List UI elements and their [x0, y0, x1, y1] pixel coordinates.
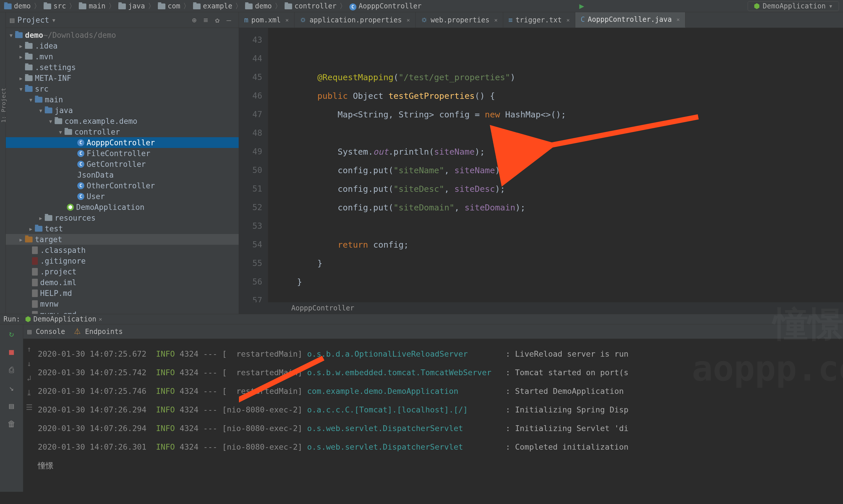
- tree-item[interactable]: mvnw: [6, 299, 239, 309]
- tree-item[interactable]: ⬢DemoApplication: [6, 202, 239, 213]
- tree-item[interactable]: ▾java: [6, 105, 239, 116]
- project-tool-window: ▤ Project ▾ ⊕ ≡ ✿ — ▾demo ~/Downloads/de…: [6, 12, 239, 314]
- breadcrumb-item[interactable]: com: [158, 2, 180, 10]
- close-icon[interactable]: ×: [494, 17, 498, 23]
- breadcrumb-item[interactable]: java: [118, 2, 145, 10]
- exit-button[interactable]: ↘: [6, 382, 17, 393]
- rerun-button[interactable]: ↻: [6, 328, 17, 339]
- editor-tab[interactable]: ⛭web.properties×: [416, 12, 503, 28]
- project-view-icon: ▤: [10, 16, 15, 24]
- console-tab[interactable]: ▤ Console: [27, 328, 65, 336]
- run-toolwindow: ↻ ■ ⎙ ↘ ▤ 🗑 ▤ Console ⏃ Endpoints ↑ ↓ ↲ …: [0, 324, 843, 492]
- file-icon: m: [244, 16, 248, 24]
- run-toolwindow-header: Run: ⬢ DemoApplication ×: [0, 314, 843, 324]
- editor-breadcrumb: AopppController: [239, 302, 843, 314]
- tree-item[interactable]: ▸.idea: [6, 40, 239, 51]
- endpoints-tab[interactable]: ⏃ Endpoints: [74, 328, 123, 336]
- breadcrumb-item[interactable]: CAopppController: [349, 2, 422, 10]
- target-icon[interactable]: ⊕: [192, 16, 197, 24]
- breadcrumb-item[interactable]: demo: [245, 2, 272, 10]
- tree-item[interactable]: JsonData: [6, 169, 239, 180]
- run-config-selector[interactable]: ⬢ DemoApplication ▾: [748, 1, 839, 11]
- project-tree[interactable]: ▾demo ~/Downloads/demo▸.idea▸.mvn.settin…: [6, 28, 239, 314]
- tree-item[interactable]: .gitignore: [6, 255, 239, 266]
- spring-icon: ⬢: [25, 315, 31, 323]
- hide-icon[interactable]: —: [227, 16, 231, 24]
- console-nav: ↑ ↓ ↲ ⤓ ☰: [23, 339, 35, 492]
- layout-button[interactable]: ▤: [6, 400, 17, 411]
- tree-item[interactable]: CUser: [6, 191, 239, 202]
- chevron-down-icon[interactable]: ▾: [51, 16, 56, 24]
- tree-item[interactable]: mvnw.cmd: [6, 309, 239, 314]
- tree-item[interactable]: .project: [6, 266, 239, 277]
- run-label: Run:: [3, 315, 20, 323]
- scroll-icon[interactable]: ⤓: [26, 388, 32, 397]
- tree-item[interactable]: CGetController: [6, 159, 239, 169]
- run-icon[interactable]: ▶: [579, 1, 584, 11]
- tree-item[interactable]: ▾com.example.demo: [6, 116, 239, 126]
- breadcrumb-item[interactable]: src: [43, 2, 66, 10]
- tree-item[interactable]: COtherController: [6, 180, 239, 191]
- project-label: Project: [17, 16, 49, 24]
- tree-item[interactable]: .classpath: [6, 245, 239, 255]
- navigation-breadcrumb: demo〉src〉main〉java〉com〉example〉demo〉cont…: [0, 0, 843, 12]
- spring-icon: ⬢: [754, 2, 760, 10]
- stop-button[interactable]: ■: [6, 346, 17, 357]
- breadcrumb-item[interactable]: example: [193, 2, 232, 10]
- tree-item[interactable]: CFileController: [6, 148, 239, 159]
- tree-item[interactable]: ▸target: [6, 234, 239, 245]
- up-icon[interactable]: ↑: [27, 345, 31, 354]
- tree-item[interactable]: ▾main: [6, 94, 239, 105]
- wrap-icon[interactable]: ↲: [27, 374, 31, 382]
- editor-area: mpom.xml×⛭application.properties×⛭web.pr…: [239, 12, 843, 314]
- tree-item[interactable]: ▸resources: [6, 213, 239, 223]
- down-icon[interactable]: ↓: [27, 359, 31, 368]
- dump-button[interactable]: ⎙: [6, 364, 17, 375]
- file-icon: ⛭: [300, 16, 307, 24]
- tree-item[interactable]: ▾src: [6, 84, 239, 94]
- tree-root[interactable]: ▾demo ~/Downloads/demo: [6, 30, 239, 40]
- file-icon: C: [580, 15, 585, 23]
- chevron-down-icon: ▾: [829, 2, 833, 10]
- run-subtabs: ▤ Console ⏃ Endpoints: [23, 324, 843, 339]
- editor-tab[interactable]: ⛭application.properties×: [294, 12, 416, 28]
- close-icon[interactable]: ×: [99, 316, 102, 323]
- file-icon: ⛭: [421, 16, 428, 24]
- tree-item[interactable]: demo.iml: [6, 277, 239, 288]
- close-icon[interactable]: ×: [566, 17, 570, 23]
- project-header: ▤ Project ▾ ⊕ ≡ ✿ —: [6, 12, 239, 28]
- tree-item[interactable]: ▸test: [6, 223, 239, 234]
- gear-icon[interactable]: ✿: [215, 16, 220, 24]
- editor-tab[interactable]: mpom.xml×: [239, 12, 294, 28]
- tree-item[interactable]: ▸META-INF: [6, 73, 239, 84]
- file-icon: ≡: [508, 16, 513, 24]
- collapse-icon[interactable]: ≡: [203, 16, 208, 24]
- editor-tab[interactable]: CAopppController.java×: [575, 12, 685, 28]
- breadcrumb-item[interactable]: controller: [285, 2, 337, 10]
- breadcrumb-item[interactable]: demo: [4, 2, 31, 10]
- run-tab-label[interactable]: DemoApplication: [33, 315, 96, 323]
- print-icon[interactable]: ☰: [26, 403, 33, 412]
- tree-item[interactable]: ▾controller: [6, 126, 239, 137]
- trash-icon[interactable]: 🗑: [6, 418, 17, 429]
- run-config-label: DemoApplication: [763, 2, 826, 10]
- close-icon[interactable]: ×: [677, 16, 680, 23]
- tree-item[interactable]: .settings: [6, 62, 239, 73]
- editor-gutter: 43 44 45 46 47 48 49 50 51 52 53 54 55 5…: [239, 28, 268, 302]
- close-icon[interactable]: ×: [285, 17, 289, 23]
- code-editor[interactable]: @RequestMapping("/test/get_properties") …: [268, 28, 843, 302]
- editor-tabs: mpom.xml×⛭application.properties×⛭web.pr…: [239, 12, 843, 28]
- run-toolbar: ↻ ■ ⎙ ↘ ▤ 🗑: [0, 324, 23, 492]
- toolwindow-rail-left[interactable]: 1: Project: [0, 12, 6, 314]
- close-icon[interactable]: ×: [407, 17, 410, 23]
- console-output[interactable]: 2020-01-30 14:07:25.672 INFO 4324 --- [ …: [35, 339, 843, 492]
- tree-item[interactable]: ▸.mvn: [6, 51, 239, 62]
- editor-tab[interactable]: ≡trigger.txt×: [503, 12, 575, 28]
- tree-item[interactable]: CAopppController: [6, 137, 239, 148]
- breadcrumb-item[interactable]: main: [79, 2, 106, 10]
- tree-item[interactable]: HELP.md: [6, 288, 239, 299]
